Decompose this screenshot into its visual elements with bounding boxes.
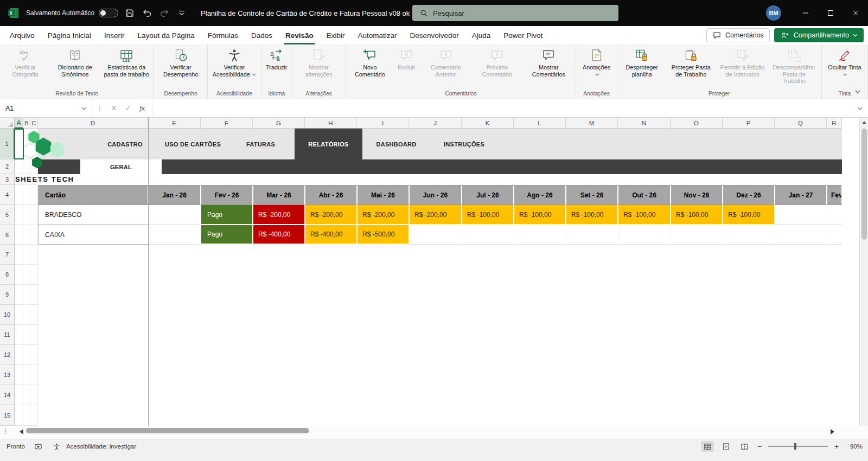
table-cell[interactable]: R$ -200,00 [358,205,410,225]
grid-cell[interactable] [15,185,23,205]
grid-cell[interactable] [30,325,38,345]
menu-tab-arquivo[interactable]: Arquivo [3,26,41,44]
menu-tab-ajuda[interactable]: Ajuda [465,26,497,44]
grid-cell[interactable] [30,265,38,285]
redo-button[interactable] [158,7,170,19]
sheet-tab-uso-de-cartoes[interactable]: USO DE CARTÕES [159,129,227,159]
grid-cell[interactable] [23,245,30,265]
sheet-tab-cadastro[interactable]: CADASTRO [91,129,159,159]
row-header-4[interactable]: 4 [0,185,15,205]
row-header-8[interactable]: 8 [0,265,15,285]
accessibility-status-icon[interactable] [52,441,62,451]
grid-cell[interactable] [30,285,38,305]
sheet-tab-dashboard[interactable]: DASHBOARD [362,129,430,159]
column-header-g[interactable]: G [253,118,305,129]
grid-body[interactable]: 123456789101112131415CADASTROUSO DE CART… [0,129,842,426]
macro-record-icon[interactable] [34,441,43,451]
scroll-up-arrow-icon[interactable] [862,121,866,124]
table-cell[interactable]: R$ -100,00 [566,205,618,225]
grid-cell[interactable] [23,345,30,365]
grid-cell[interactable] [23,325,30,345]
zoom-slider-thumb[interactable] [794,443,796,450]
maximize-button[interactable] [818,0,843,26]
grid-cell[interactable] [30,245,38,265]
table-cell[interactable]: R$ -400,00 [253,225,305,245]
table-cell[interactable] [410,225,462,245]
ribbon-button-mostrar-alteracoes[interactable]: Mostrar alterações [294,46,344,79]
horizontal-scrollbar[interactable]: ⋮ [0,426,868,439]
grid-cell[interactable] [15,285,23,305]
menu-tab-revisao[interactable]: Revisão [279,26,320,44]
scroll-right-arrow-icon[interactable] [831,429,834,434]
column-header-p[interactable]: P [723,118,775,129]
table-cell[interactable] [149,205,201,225]
close-button[interactable] [843,0,868,26]
row-header-14[interactable]: 14 [0,385,15,405]
ribbon-button-estatisticas-da-pasta-de-trabalho[interactable]: 123Estatísticas da pasta de trabalho [101,46,152,79]
table-cell[interactable]: Pago [201,225,253,245]
document-title[interactable]: Planilha de Controle de Cartão de Crédit… [201,9,418,17]
table-cell[interactable]: R$ -500,00 [358,225,410,245]
scroll-left-arrow-icon[interactable] [20,429,23,434]
column-header-k[interactable]: K [462,118,514,129]
sub-tab-geral[interactable]: GERAL [80,159,162,174]
autosave-toggle[interactable] [99,9,118,17]
grid-cell[interactable] [15,225,23,245]
page-break-view-button[interactable] [738,441,751,452]
card-name-cell[interactable]: CAIXA [39,225,149,245]
ribbon-button-verificar-ortografia[interactable]: abcVerificar Ortografia [2,46,49,79]
user-avatar[interactable]: BM [766,5,781,21]
zoom-slider[interactable] [768,446,828,447]
vertical-scrollbar[interactable] [859,118,868,426]
table-cell[interactable]: R$ -400,00 [305,225,358,245]
grid-cell[interactable] [30,305,38,325]
column-header-f[interactable]: F [201,118,253,129]
ribbon-button-desproteger-planilha[interactable]: Desproteger planilha [619,46,665,79]
menu-tab-dados[interactable]: Dados [245,26,279,44]
table-cell[interactable] [775,225,827,245]
ribbon-button-comentario-anterior[interactable]: Comentário Anterior [420,46,471,79]
column-header-q[interactable]: Q [775,118,827,129]
sheet-tab-instrucoes[interactable]: INSTRUÇÕES [430,129,498,159]
table-cell[interactable]: R$ -100,00 [671,205,723,225]
menu-tab-formulas[interactable]: Fórmulas [201,26,245,44]
menu-tab-pagina-inicial[interactable]: Página Inicial [41,26,98,44]
grid-cell[interactable] [23,385,30,405]
vertical-scrollbar-thumb[interactable] [861,129,867,240]
column-header-l[interactable]: L [514,118,566,129]
table-cell[interactable] [827,205,842,225]
column-header-i[interactable]: I [357,118,409,129]
table-cell[interactable] [723,225,775,245]
ribbon-button-verificar-desempenho[interactable]: Verificar Desempenho [156,46,206,79]
grid-cell[interactable] [15,265,23,285]
table-cell[interactable]: R$ -100,00 [618,205,671,225]
zoom-out-button[interactable]: − [756,442,763,451]
grid-cell[interactable] [23,365,30,385]
grid-cell[interactable] [15,405,23,426]
menu-tab-layout-da-pagina[interactable]: Layout da Página [131,26,201,44]
table-cell[interactable] [514,225,566,245]
table-cell[interactable] [775,205,827,225]
ribbon-button-excluir[interactable]: Excluir [393,46,420,72]
ribbon-button-traduzir[interactable]: aãTraduzir [263,46,290,72]
row-header-5[interactable]: 5 [0,205,15,225]
collapse-ribbon-button[interactable] [852,87,864,96]
row-header-7[interactable]: 7 [0,245,15,265]
row-header-10[interactable]: 10 [0,305,15,325]
table-cell[interactable]: R$ -200,00 [305,205,358,225]
menu-tab-exibir[interactable]: Exibir [320,26,352,44]
ribbon-button-mostrar-comentarios[interactable]: Mostrar Comentários [523,46,574,79]
grid-cell[interactable] [15,385,23,405]
minimize-button[interactable] [793,0,818,26]
grid-cell[interactable] [30,185,38,205]
ribbon-button-verificar-acessibilidade[interactable]: Verificar Acessibilidade [209,46,259,79]
sheet-tab-relatorios[interactable]: RELATÓRIOS [295,129,362,159]
row-header-3[interactable]: 3 [0,174,15,185]
grid-cell[interactable] [15,365,23,385]
column-header-b[interactable]: B [23,118,30,129]
column-header-r[interactable]: R [827,118,842,129]
search-box[interactable]: Pesquisar [412,5,618,21]
card-name-cell[interactable]: BRADESCO [39,205,149,225]
column-header-c[interactable]: C [30,118,38,129]
table-cell[interactable] [827,225,842,245]
